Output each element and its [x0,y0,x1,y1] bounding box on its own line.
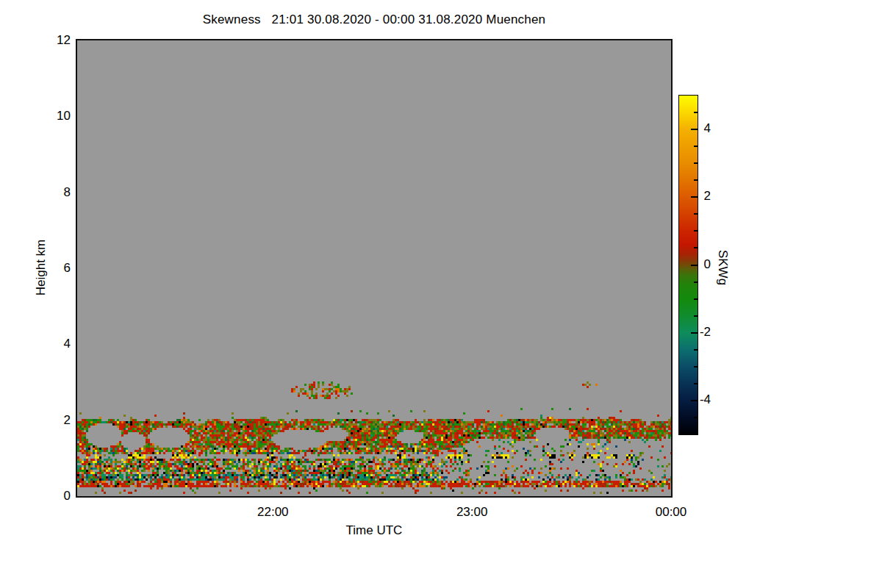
colorbar-tick [694,315,698,317]
y-tick-label: 8 [29,185,71,200]
colorbar-tick-label: 4 [691,121,711,137]
chart-title: Skewness 21:01 30.08.2020 - 00:00 31.08.… [76,12,673,27]
y-tick-label: 12 [29,33,71,48]
colorbar-tick [694,383,698,384]
y-tick-label: 4 [29,337,71,351]
x-tick-label: 23:00 [442,505,501,520]
heatmap-canvas [77,40,671,496]
y-tick-label: 2 [29,413,71,428]
colorbar-tick-label: -4 [691,392,711,408]
colorbar-tick [694,179,698,181]
skewness-heatmap-figure: Skewness 21:01 30.08.2020 - 00:00 31.08.… [0,0,882,588]
x-axis-title: Time UTC [346,523,403,538]
y-tick-label: 0 [29,489,71,503]
colorbar-tick [694,417,698,418]
colorbar-tick [694,146,698,147]
colorbar-title: SKWg [715,250,730,285]
x-tick-label: 22:00 [243,505,302,520]
colorbar-tick [694,162,698,164]
x-tick-label: 00:00 [642,505,700,520]
colorbar-tick [694,213,698,215]
colorbar-tick [694,298,698,300]
colorbar-tick [694,230,698,232]
colorbar-tick [694,247,698,248]
y-tick-label: 10 [29,109,71,123]
colorbar-tick [694,349,698,351]
colorbar-tick [694,112,698,113]
y-tick-label: 6 [29,261,71,276]
colorbar-tick [694,366,698,368]
colorbar-tick [694,282,698,283]
colorbar-tick-label: 2 [691,188,711,204]
colorbar-tick-label: -2 [691,324,711,340]
colorbar-tick-label: 0 [691,257,711,273]
